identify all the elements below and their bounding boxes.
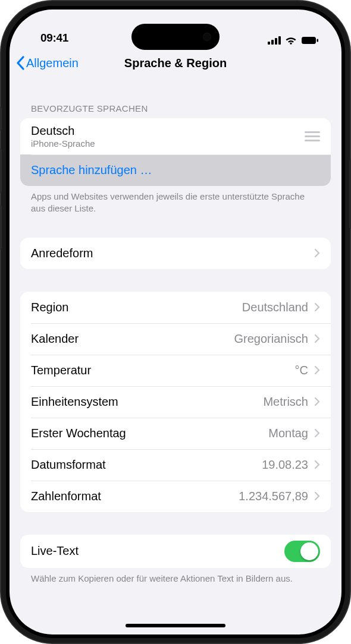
reorder-handle-icon[interactable] — [305, 131, 320, 141]
date-format-row[interactable]: Datumsformat 19.08.23 — [20, 449, 331, 481]
cell-value: 19.08.23 — [262, 458, 308, 472]
battery-icon — [301, 36, 319, 45]
cell-label: Datumsformat — [31, 458, 262, 472]
section-footer-live-text: Wähle zum Kopieren oder für weitere Akti… — [20, 568, 331, 585]
calendar-row[interactable]: Kalender Gregorianisch — [20, 323, 331, 355]
live-text-group: Live-Text — [20, 535, 331, 568]
cellular-icon — [268, 36, 281, 45]
cell-value: Metrisch — [263, 395, 308, 409]
svg-point-4 — [290, 43, 292, 45]
back-button[interactable]: Allgemein — [15, 56, 79, 70]
chevron-right-icon — [314, 428, 320, 438]
chevron-right-icon — [314, 365, 320, 375]
toggle-knob — [300, 542, 318, 560]
language-sublabel: iPhone-Sprache — [31, 138, 300, 149]
language-name: Deutsch — [31, 124, 300, 138]
chevron-right-icon — [314, 302, 320, 312]
dynamic-island — [131, 24, 220, 50]
svg-rect-1 — [271, 40, 274, 45]
cell-label: Temperatur — [31, 364, 295, 377]
cell-label: Erster Wochentag — [31, 427, 268, 440]
cell-label: Region — [31, 301, 242, 314]
section-header-languages: BEVORZUGTE SPRACHEN — [20, 80, 331, 118]
address-form-group: Anredeform — [20, 238, 331, 269]
section-footer-languages: Apps und Websites verwenden jeweils die … — [20, 186, 331, 215]
cell-value: Deutschland — [242, 301, 308, 314]
chevron-right-icon — [314, 397, 320, 406]
chevron-left-icon — [15, 56, 25, 70]
live-text-label: Live-Text — [31, 544, 284, 558]
cell-value: Montag — [268, 427, 308, 440]
screen: 09:41 — [10, 10, 341, 634]
cell-label: Kalender — [31, 332, 234, 346]
add-language-button[interactable]: Sprache hinzufügen … — [20, 154, 331, 186]
ringer-switch — [0, 107, 2, 131]
live-text-toggle[interactable] — [284, 541, 320, 562]
back-label: Allgemein — [26, 56, 79, 70]
status-time: 09:41 — [40, 31, 68, 45]
number-format-row[interactable]: Zahlenformat 1.234.567,89 — [20, 481, 331, 512]
region-row[interactable]: Region Deutschland — [20, 292, 331, 323]
chevron-right-icon — [314, 248, 320, 258]
language-row[interactable]: Deutsch iPhone-Sprache — [20, 118, 331, 154]
device-frame: 09:41 — [0, 0, 351, 644]
cell-label: Zahlenformat — [31, 490, 239, 503]
chevron-right-icon — [314, 460, 320, 469]
cell-value: 1.234.567,89 — [239, 490, 308, 503]
svg-rect-2 — [275, 38, 277, 45]
svg-rect-6 — [317, 39, 319, 42]
temperature-row[interactable]: Temperatur °C — [20, 355, 331, 386]
first-weekday-row[interactable]: Erster Wochentag Montag — [20, 418, 331, 449]
camera-dot — [203, 33, 211, 41]
svg-rect-0 — [268, 42, 270, 45]
preferred-languages-group: Deutsch iPhone-Sprache Sprache hinzufüge… — [20, 118, 331, 186]
measurement-row[interactable]: Einheitensystem Metrisch — [20, 386, 331, 418]
regional-settings-group: Region Deutschland Kalender Gregorianisc… — [20, 292, 331, 512]
address-form-row[interactable]: Anredeform — [20, 238, 331, 269]
nav-bar: Allgemein Sprache & Region — [10, 46, 341, 80]
svg-rect-5 — [302, 37, 316, 44]
address-form-label: Anredeform — [31, 247, 314, 260]
cell-label: Einheitensystem — [31, 395, 263, 409]
volume-up-button — [0, 149, 2, 193]
status-icons — [268, 36, 319, 45]
page-title: Sprache & Region — [124, 56, 227, 70]
live-text-row: Live-Text — [20, 535, 331, 568]
home-indicator[interactable] — [126, 624, 225, 627]
volume-down-button — [0, 205, 2, 250]
add-language-label: Sprache hinzufügen … — [31, 163, 320, 177]
svg-rect-3 — [278, 36, 281, 45]
wifi-icon — [285, 36, 297, 45]
cell-value: °C — [295, 364, 308, 377]
chevron-right-icon — [314, 491, 320, 501]
cell-value: Gregorianisch — [234, 332, 308, 346]
chevron-right-icon — [314, 334, 320, 343]
